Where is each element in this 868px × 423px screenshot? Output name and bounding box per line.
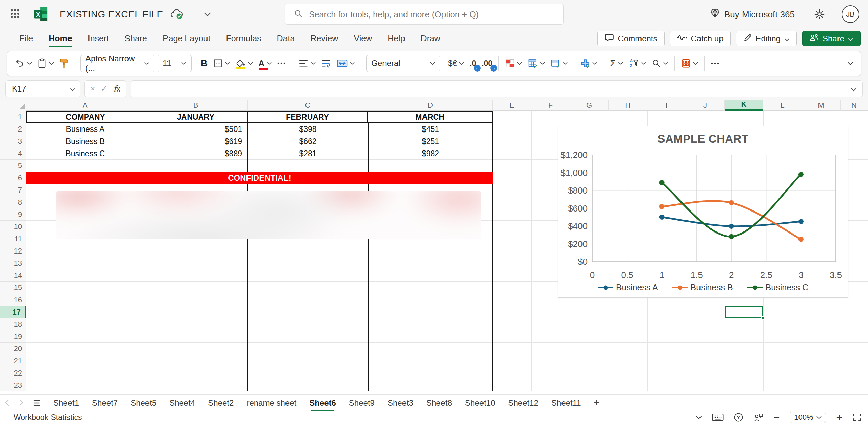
zoom-level-dropdown[interactable]: 100% — [790, 412, 826, 423]
menu-item-formulas[interactable]: Formulas — [218, 30, 269, 47]
row-header-11[interactable]: 11 — [0, 233, 26, 245]
selected-cell-outline[interactable] — [725, 306, 763, 318]
undo-button[interactable] — [12, 56, 35, 70]
app-launcher-button[interactable] — [7, 7, 22, 22]
menu-item-help[interactable]: Help — [380, 30, 413, 47]
table-cell[interactable]: $619 — [144, 135, 248, 147]
table-header-cell[interactable]: JANUARY — [144, 112, 248, 122]
menu-item-view[interactable]: View — [346, 30, 380, 47]
row-header-2[interactable]: 2 — [0, 123, 26, 135]
row-header-4[interactable]: 4 — [0, 147, 26, 160]
column-header-I[interactable]: I — [647, 100, 686, 111]
row-header-6[interactable]: 6 — [0, 172, 26, 184]
row-header-21[interactable]: 21 — [0, 355, 26, 367]
menu-item-share[interactable]: Share — [117, 30, 155, 47]
buy-microsoft-365-button[interactable]: Buy Microsoft 365 — [710, 8, 795, 20]
keyboard-shortcuts-icon[interactable] — [712, 413, 724, 421]
bold-button[interactable]: B — [198, 56, 210, 71]
row-header-3[interactable]: 3 — [0, 135, 26, 147]
insert-cells-button[interactable] — [577, 56, 600, 70]
column-header-E[interactable]: E — [493, 100, 531, 111]
new-sheet-button[interactable]: + — [588, 397, 606, 409]
sheet-tab-sheet5[interactable]: Sheet5 — [124, 395, 163, 411]
excel-logo-icon[interactable]: X — [33, 6, 49, 22]
format-as-table-button[interactable] — [525, 56, 548, 70]
column-header-G[interactable]: G — [570, 100, 609, 111]
embedded-chart[interactable]: SAMPLE CHART $0$200$400$600$800$1,000$1,… — [558, 126, 848, 298]
table-header-cell[interactable]: FEBRUARY — [248, 112, 368, 122]
row-header-12[interactable]: 12 — [0, 245, 26, 257]
fill-handle[interactable] — [761, 316, 765, 320]
row-header-23[interactable]: 23 — [0, 379, 26, 391]
font-name-combo[interactable]: Aptos Narrow (... — [80, 55, 154, 72]
sheet-tab-sheet8[interactable]: Sheet8 — [420, 395, 458, 411]
column-header-A[interactable]: A — [26, 100, 144, 111]
search-bar[interactable]: Search for tools, help, and more (Option… — [285, 4, 564, 25]
sheet-tab-sheet7[interactable]: Sheet7 — [85, 395, 124, 411]
merge-cells-button[interactable] — [334, 57, 357, 70]
column-header-B[interactable]: B — [144, 100, 248, 111]
cell-styles-button[interactable] — [548, 56, 570, 70]
table-cell[interactable]: $501 — [144, 123, 248, 135]
column-header-N[interactable]: N — [841, 100, 868, 111]
column-header-M[interactable]: M — [802, 100, 841, 111]
cancel-entry-icon[interactable]: × — [91, 84, 95, 94]
table-header-cell[interactable]: COMPANY — [27, 112, 144, 122]
expand-formula-bar-chevron-icon[interactable] — [851, 84, 857, 94]
conditional-formatting-button[interactable] — [502, 56, 525, 70]
editing-mode-button[interactable]: Editing — [736, 31, 797, 46]
sheet-tab-sheet3[interactable]: Sheet3 — [381, 395, 420, 411]
fullscreen-icon[interactable] — [852, 412, 862, 422]
table-header-cell[interactable]: MARCH — [368, 112, 492, 122]
sort-filter-button[interactable]: AZ — [626, 56, 649, 70]
format-painter-button[interactable] — [57, 56, 72, 70]
settings-gear-icon[interactable] — [814, 8, 825, 20]
row-header-8[interactable]: 8 — [0, 196, 26, 208]
confirm-entry-icon[interactable]: ✓ — [101, 84, 107, 94]
row-header-17[interactable]: 17 — [0, 306, 26, 318]
table-cell[interactable]: $982 — [368, 147, 493, 160]
increase-decimal-button[interactable]: .00→ — [479, 57, 495, 70]
row-header-20[interactable]: 20 — [0, 343, 26, 355]
table-cell[interactable]: Business B — [26, 135, 144, 147]
sheet-tab-sheet12[interactable]: Sheet12 — [502, 395, 545, 411]
next-sheet-button[interactable] — [14, 398, 28, 408]
sheet-tab-sheet2[interactable]: Sheet2 — [201, 395, 240, 411]
table-cell[interactable]: $451 — [368, 123, 493, 135]
column-header-D[interactable]: D — [368, 100, 493, 111]
prev-sheet-button[interactable] — [0, 398, 14, 408]
font-color-button[interactable]: A — [256, 57, 274, 70]
font-size-combo[interactable]: 11 — [158, 55, 192, 72]
table-cell[interactable]: $398 — [248, 123, 368, 135]
all-sheets-menu-button[interactable] — [33, 400, 42, 406]
row-header-7[interactable]: 7 — [0, 184, 26, 196]
comments-button[interactable]: Comments — [597, 31, 664, 46]
row-header-9[interactable]: 9 — [0, 208, 26, 221]
account-avatar[interactable]: JB — [842, 5, 859, 23]
zoom-in-button[interactable]: + — [836, 412, 842, 422]
table-cell[interactable]: Business C — [26, 147, 144, 160]
sheet-tab-sheet4[interactable]: Sheet4 — [163, 395, 201, 411]
menu-item-draw[interactable]: Draw — [413, 30, 448, 47]
insert-function-icon[interactable]: fx — [113, 84, 121, 94]
table-cell[interactable]: Business A — [26, 123, 144, 135]
clipboard-button[interactable] — [35, 56, 57, 70]
more-button[interactable] — [274, 60, 289, 67]
row-header-18[interactable]: 18 — [0, 318, 26, 330]
find-button[interactable] — [649, 57, 671, 70]
more-button[interactable] — [708, 60, 722, 67]
autosum-button[interactable]: Σ — [607, 56, 626, 71]
catch-up-button[interactable]: Catch up — [670, 31, 731, 46]
sheet-tab-sheet6[interactable]: Sheet6 — [303, 395, 342, 411]
row-header-13[interactable]: 13 — [0, 257, 26, 269]
column-header-C[interactable]: C — [248, 100, 368, 111]
workbook-statistics-button[interactable]: Workbook Statistics — [14, 413, 82, 422]
feedback-icon[interactable] — [753, 413, 764, 422]
zoom-out-button[interactable]: − — [774, 412, 780, 422]
currency-button[interactable]: $€ — [445, 57, 467, 70]
column-header-F[interactable]: F — [531, 100, 570, 111]
row-header-5[interactable]: 5 — [0, 160, 26, 172]
row-header-19[interactable]: 19 — [0, 330, 26, 343]
workbook-title[interactable]: EXISTING EXCEL FILE — [60, 9, 163, 20]
sheet-tab-rename-sheet[interactable]: rename sheet — [240, 395, 303, 411]
